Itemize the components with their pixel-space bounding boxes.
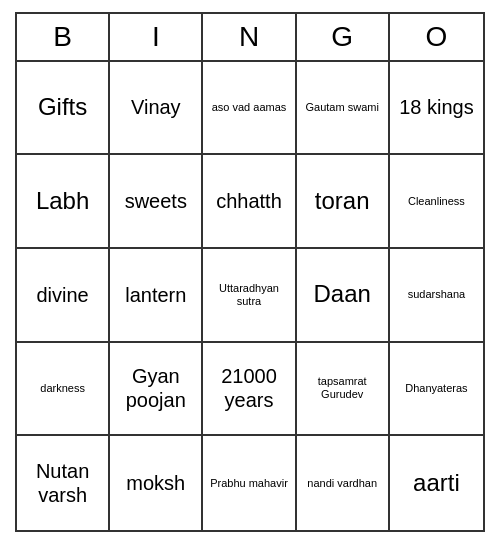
cell-r1-c2: chhatth [203,155,296,249]
cell-text-r1-c3: toran [315,187,370,216]
cell-text-r2-c2: Uttaradhyan sutra [207,282,290,308]
cell-text-r3-c2: 21000 years [207,364,290,412]
cell-text-r2-c4: sudarshana [408,288,466,301]
cell-r4-c2: Prabhu mahavir [203,436,296,530]
cell-r1-c3: toran [297,155,390,249]
cell-text-r0-c4: 18 kings [399,95,474,119]
cell-r4-c1: moksh [110,436,203,530]
cell-text-r0-c0: Gifts [38,93,87,122]
cell-r3-c2: 21000 years [203,343,296,437]
cell-r1-c1: sweets [110,155,203,249]
cell-text-r4-c1: moksh [126,471,185,495]
header-letter-B: B [17,14,110,60]
cell-r3-c1: Gyan poojan [110,343,203,437]
cell-r2-c0: divine [17,249,110,343]
cell-text-r3-c1: Gyan poojan [114,364,197,412]
cell-text-r4-c0: Nutan varsh [21,459,104,507]
header-letter-G: G [297,14,390,60]
cell-r3-c0: darkness [17,343,110,437]
cell-text-r1-c1: sweets [125,189,187,213]
cell-r2-c3: Daan [297,249,390,343]
cell-r3-c4: Dhanyateras [390,343,483,437]
cell-text-r4-c3: nandi vardhan [307,477,377,490]
cell-text-r2-c1: lantern [125,283,186,307]
cell-text-r3-c0: darkness [40,382,85,395]
cell-text-r0-c1: Vinay [131,95,181,119]
cell-text-r1-c2: chhatth [216,189,282,213]
cell-r4-c4: aarti [390,436,483,530]
cell-text-r4-c2: Prabhu mahavir [210,477,288,490]
cell-r0-c4: 18 kings [390,62,483,156]
cell-r2-c1: lantern [110,249,203,343]
cell-text-r2-c3: Daan [314,280,371,309]
cell-text-r1-c4: Cleanliness [408,195,465,208]
cell-text-r3-c4: Dhanyateras [405,382,467,395]
cell-text-r0-c3: Gautam swami [306,101,379,114]
bingo-header: BINGO [15,12,485,60]
cell-r2-c2: Uttaradhyan sutra [203,249,296,343]
cell-r0-c0: Gifts [17,62,110,156]
cell-r3-c3: tapsamrat Gurudev [297,343,390,437]
cell-r4-c3: nandi vardhan [297,436,390,530]
cell-r0-c3: Gautam swami [297,62,390,156]
bingo-board: BINGO GiftsVinayaso vad aamasGautam swam… [15,12,485,532]
cell-text-r2-c0: divine [36,283,88,307]
cell-r1-c0: Labh [17,155,110,249]
cell-text-r4-c4: aarti [413,469,460,498]
cell-r4-c0: Nutan varsh [17,436,110,530]
cell-r1-c4: Cleanliness [390,155,483,249]
cell-r2-c4: sudarshana [390,249,483,343]
cell-r0-c2: aso vad aamas [203,62,296,156]
header-letter-O: O [390,14,483,60]
cell-text-r1-c0: Labh [36,187,89,216]
cell-text-r3-c3: tapsamrat Gurudev [301,375,384,401]
cell-text-r0-c2: aso vad aamas [212,101,287,114]
header-letter-N: N [203,14,296,60]
cell-r0-c1: Vinay [110,62,203,156]
header-letter-I: I [110,14,203,60]
bingo-grid: GiftsVinayaso vad aamasGautam swami18 ki… [15,60,485,532]
